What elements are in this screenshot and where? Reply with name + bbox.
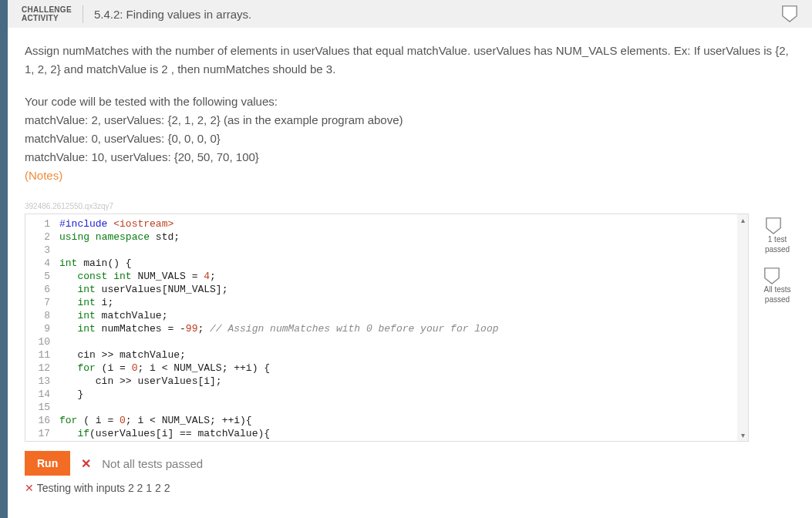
prompt-block: Assign numMatches with the number of ele… (8, 28, 812, 202)
status-one-test-label: 1 testpassed (765, 235, 790, 254)
prompt-paragraph-1: Assign numMatches with the number of ele… (25, 42, 795, 79)
prompt-paragraph-2: Your code will be tested with the follow… (25, 92, 795, 185)
scroll-down-icon[interactable]: ▾ (741, 431, 745, 439)
code-editor[interactable]: 1234567891011121314151617 #include <iost… (25, 214, 749, 442)
run-footer: Run ✕ Not all tests passed (8, 442, 812, 476)
notes-link[interactable]: (Notes) (25, 169, 62, 182)
challenge-header: CHALLENGE ACTIVITY 5.4.2: Finding values… (8, 0, 812, 28)
challenge-title: 5.4.2: Finding values in arrays. (83, 8, 251, 21)
line-number-gutter: 1234567891011121314151617 (25, 214, 55, 441)
fail-x-icon: ✕ (81, 456, 91, 471)
activity-hash: 392486.2612550.qx3zqy7 (8, 202, 812, 214)
fail-message: Not all tests passed (102, 457, 203, 470)
status-all-tests-label: All testspassed (763, 285, 790, 304)
test-status-column: 1 testpassed All testspassed (749, 214, 795, 442)
editor-scrollbar[interactable]: ▴ ▾ (737, 214, 748, 441)
status-all-tests: All testspassed (763, 267, 790, 304)
peek-fail-x-icon: ✕ (25, 482, 34, 494)
challenge-tag-line1: CHALLENGE (22, 5, 72, 15)
prompt-line-intro: Your code will be tested with the follow… (25, 95, 278, 108)
code-content[interactable]: #include <iostream>using namespace std; … (55, 214, 737, 441)
run-button[interactable]: Run (25, 451, 70, 476)
scroll-up-icon[interactable]: ▴ (741, 216, 745, 224)
status-one-test: 1 testpassed (765, 217, 790, 254)
challenge-tag: CHALLENGE ACTIVITY (22, 5, 83, 23)
prompt-line-case3: matchValue: 10, userValues: {20, 50, 70,… (25, 150, 259, 163)
peek-text: Testing with inputs 2 2 1 2 2 (37, 482, 170, 494)
prompt-line-case1: matchValue: 2, userValues: {2, 1, 2, 2} … (25, 113, 403, 126)
prompt-line-case2: matchValue: 0, userValues: {0, 0, 0, 0} (25, 132, 221, 145)
test-result-peek: ✕ Testing with inputs 2 2 1 2 2 (8, 476, 812, 494)
score-shield-icon (781, 5, 798, 23)
challenge-tag-line2: ACTIVITY (22, 14, 72, 23)
